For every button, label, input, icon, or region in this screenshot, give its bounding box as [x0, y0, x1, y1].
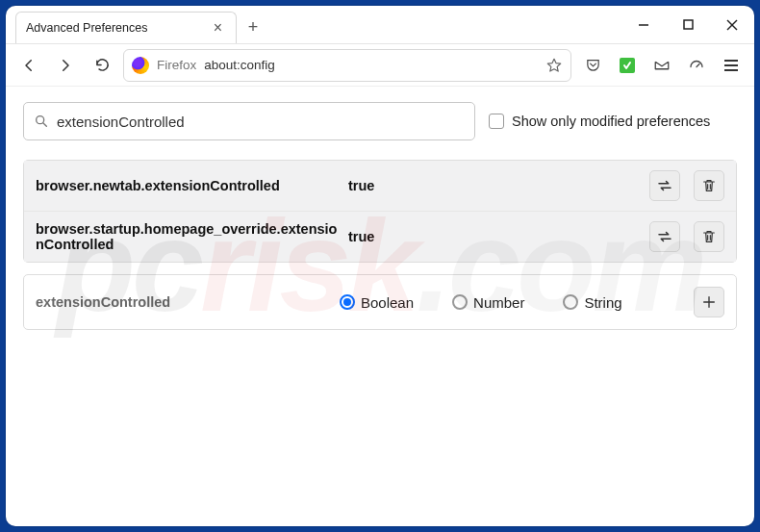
- svg-rect-1: [684, 20, 693, 29]
- tab-close-icon[interactable]: ×: [210, 19, 226, 37]
- minimize-icon[interactable]: [621, 6, 666, 43]
- reload-button[interactable]: [87, 50, 117, 81]
- close-icon[interactable]: [710, 6, 754, 43]
- pref-name: browser.startup.homepage_override.extens…: [36, 221, 348, 252]
- plus-icon: [701, 294, 717, 310]
- back-button[interactable]: [13, 50, 44, 81]
- radio-number[interactable]: Number: [452, 294, 524, 311]
- svg-point-8: [37, 116, 44, 124]
- window-controls: [621, 6, 754, 43]
- firefox-icon: [132, 57, 149, 74]
- browser-window: Advanced Preferences × + F: [6, 6, 754, 526]
- new-pref-name: extensionControlled: [36, 294, 324, 310]
- tab-title: Advanced Preferences: [26, 21, 147, 35]
- nav-toolbar: Firefox about:config: [6, 44, 754, 87]
- show-modified-checkbox[interactable]: Show only modified preferences: [489, 114, 710, 129]
- delete-button[interactable]: [694, 221, 724, 252]
- browser-tab[interactable]: Advanced Preferences ×: [15, 12, 237, 43]
- svg-line-9: [43, 123, 46, 126]
- search-row: extensionControlled Show only modified p…: [23, 102, 737, 140]
- trash-icon: [701, 177, 717, 194]
- add-preference-row: extensionControlled Boolean Number Strin…: [23, 274, 737, 330]
- search-icon: [34, 114, 49, 129]
- pref-value: true: [348, 178, 374, 193]
- new-tab-button[interactable]: +: [237, 12, 269, 43]
- preference-row[interactable]: browser.startup.homepage_override.extens…: [24, 211, 736, 262]
- dashboard-icon[interactable]: [681, 50, 712, 81]
- radio-boolean[interactable]: Boolean: [340, 294, 414, 311]
- toggle-button[interactable]: [649, 170, 680, 201]
- radio-string[interactable]: String: [563, 294, 621, 311]
- radio-icon: [452, 294, 468, 310]
- type-radio-group: Boolean Number String: [340, 294, 622, 311]
- search-value: extensionControlled: [57, 114, 185, 130]
- extension-icon[interactable]: [612, 50, 643, 81]
- url-scheme-label: Firefox: [157, 58, 196, 72]
- swap-icon: [656, 177, 673, 194]
- page-content: extensionControlled Show only modified p…: [6, 87, 754, 345]
- url-bar[interactable]: Firefox about:config: [123, 49, 571, 82]
- swap-icon: [656, 228, 673, 245]
- pref-value: true: [348, 229, 374, 244]
- trash-icon: [701, 228, 717, 245]
- radio-icon: [563, 294, 578, 310]
- radio-icon: [340, 294, 355, 310]
- menu-icon[interactable]: [716, 50, 747, 81]
- add-button[interactable]: [694, 287, 724, 317]
- forward-button[interactable]: [50, 50, 81, 81]
- toggle-button[interactable]: [649, 221, 680, 252]
- checkbox-icon: [489, 114, 504, 129]
- maximize-icon[interactable]: [666, 6, 710, 43]
- pocket-icon[interactable]: [577, 50, 608, 81]
- inbox-icon[interactable]: [646, 50, 677, 81]
- checkbox-label: Show only modified preferences: [512, 114, 710, 129]
- delete-button[interactable]: [694, 170, 724, 201]
- url-text: about:config: [204, 58, 275, 72]
- search-input[interactable]: extensionControlled: [23, 102, 475, 140]
- bookmark-star-icon[interactable]: [545, 57, 563, 74]
- titlebar: Advanced Preferences × +: [6, 6, 754, 44]
- preference-row[interactable]: browser.newtab.extensionControlled true: [24, 161, 736, 211]
- preferences-list: browser.newtab.extensionControlled true …: [23, 160, 737, 263]
- pref-name: browser.newtab.extensionControlled: [36, 178, 348, 193]
- toolbar-right: [577, 50, 747, 81]
